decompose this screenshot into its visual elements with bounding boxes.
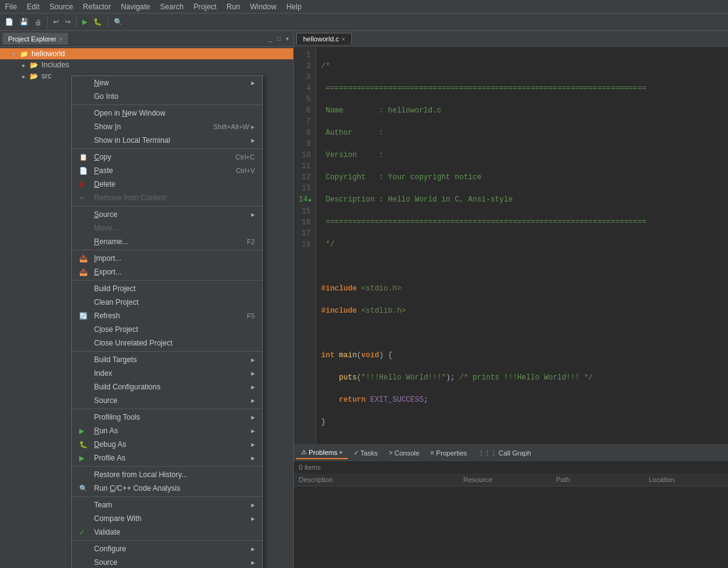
ctx-team-arrow: ▸ (251, 501, 255, 509)
tab-maximize[interactable]: □ (275, 35, 283, 43)
ln-18: 18 (299, 239, 310, 250)
ctx-import[interactable]: 📥 Import... (72, 252, 262, 265)
toolbar-search[interactable]: 🔍 (111, 17, 125, 27)
tab-minimize[interactable]: _ (267, 35, 274, 43)
ctx-show-in-shortcut: Shift+Alt+W ▸ (201, 123, 255, 131)
col-description: Description (299, 476, 463, 483)
ctx-compare-with[interactable]: Compare With ▸ (72, 512, 262, 525)
ctx-close-unrelated-label: Close Unrelated Project (94, 339, 173, 347)
ctx-go-into[interactable]: Go Into (72, 90, 262, 103)
ctx-source-arrow: ▸ (251, 210, 255, 219)
ctx-build-configurations[interactable]: Build Configurations ▸ (72, 380, 262, 394)
project-explorer-tab[interactable]: Project Explorer × (2, 33, 68, 45)
ctx-validate[interactable]: ✓ Validate (72, 525, 262, 539)
ctx-go-into-label: Go Into (94, 92, 118, 101)
ctx-profile-as[interactable]: ▶ Profile As ▸ (72, 451, 262, 465)
ctx-sep-3 (72, 206, 262, 206)
toolbar-undo[interactable]: ↩ (51, 17, 61, 27)
folder-icon: 📁 (20, 50, 30, 58)
menu-project[interactable]: Project (189, 1, 221, 12)
menu-run[interactable]: Run (221, 1, 245, 12)
ctx-restore-history[interactable]: Restore from Local History... (72, 468, 262, 481)
editor-tab-close[interactable]: × (341, 36, 345, 43)
ctx-index[interactable]: Index ▸ (72, 367, 262, 380)
ctx-source[interactable]: Source ▸ (72, 208, 262, 221)
ctx-export[interactable]: 📤 Export... (72, 265, 262, 279)
ctx-delete[interactable]: ✗ Delete (72, 177, 262, 191)
tasks-icon: ✓ (354, 449, 359, 456)
ctx-build-project[interactable]: Build Project (72, 282, 262, 295)
problems-close[interactable]: × (339, 449, 342, 456)
code-editor[interactable]: 1 2 3 4 5 6 7 8 9 10 11 12 13 14◀ 15 16 (294, 47, 728, 444)
ln-5: 5 (299, 94, 310, 105)
tree-includes-label: Includes (41, 61, 69, 69)
code-line-13 (321, 328, 723, 339)
ctx-build-conf-label: Build Configurations (94, 383, 160, 391)
project-explorer-tab-close[interactable]: × (59, 36, 62, 43)
ctx-copy-label: Copy (94, 153, 111, 161)
tasks-label: Tasks (361, 449, 378, 457)
menubar: File Edit Source Refactor Navigate Searc… (0, 0, 728, 14)
ctx-open-new-window[interactable]: Open in New Window (72, 106, 262, 120)
tree-src-label: src (41, 72, 51, 80)
menu-edit[interactable]: Edit (22, 1, 45, 12)
toolbar-debug[interactable]: 🐛 (91, 17, 105, 27)
ctx-profiling-tools[interactable]: Profiling Tools ▸ (72, 410, 262, 424)
tree-item-root[interactable]: ▾ 📁 helloworld (0, 48, 293, 59)
ctx-rename-shortcut: F2 (234, 238, 255, 245)
bottom-tab-problems[interactable]: ⚠ Problems × (296, 447, 348, 459)
ctx-paste-label: Paste (94, 166, 113, 175)
ctx-copy[interactable]: 📋 Copy Ctrl+C (72, 150, 262, 164)
ctx-profiling-label: Profiling Tools (94, 413, 140, 422)
menu-search[interactable]: Search (155, 1, 189, 12)
ctx-debug-as[interactable]: 🐛 Debug As ▸ (72, 438, 262, 451)
col-path: Path (556, 476, 649, 483)
ctx-delete-icon: ✗ (79, 180, 90, 189)
ctx-source3[interactable]: Source ▸ (72, 556, 262, 568)
ln-9: 9 (299, 138, 310, 150)
ctx-run-as[interactable]: ▶ Run As ▸ (72, 424, 262, 438)
ctx-new[interactable]: New ▸ (72, 76, 262, 90)
menu-refactor[interactable]: Refactor (78, 1, 116, 12)
toolbar-save[interactable]: 💾 (17, 17, 31, 27)
ctx-show-local-terminal[interactable]: Show in Local Terminal ▸ (72, 134, 262, 147)
editor-tab-helloworld[interactable]: helloworld.c × (296, 33, 352, 45)
ctx-rename[interactable]: Rename... F2 (72, 235, 262, 248)
tab-viewmenu[interactable]: ▾ (284, 35, 291, 43)
ctx-paste-shortcut: Ctrl+V (223, 167, 255, 174)
bottom-tab-console[interactable]: > Console (384, 447, 424, 459)
bottom-tab-properties[interactable]: ≡ Properties (426, 447, 472, 459)
code-content[interactable]: /* =====================================… (316, 47, 728, 444)
ctx-clean-project[interactable]: Clean Project (72, 295, 262, 309)
ctx-team[interactable]: Team ▸ (72, 498, 262, 512)
tree-item-includes[interactable]: ▸ 📂 Includes (0, 59, 293, 70)
ctx-close-project[interactable]: Close Project (72, 323, 262, 336)
toolbar-print[interactable]: 🖨 (32, 17, 44, 27)
ctx-team-label: Team (94, 501, 112, 509)
ln-3: 3 (299, 72, 310, 83)
menu-navigate[interactable]: Navigate (116, 1, 155, 12)
properties-label: Properties (436, 449, 467, 457)
ctx-analysis-label: Run C/C++ Code Analysis (94, 484, 180, 493)
ctx-source2[interactable]: Source ▸ (72, 394, 262, 407)
bottom-tab-call-graph[interactable]: ⋮⋮⋮ Call Graph (473, 447, 536, 459)
menu-help[interactable]: Help (281, 1, 307, 12)
toolbar-redo[interactable]: ↪ (62, 17, 73, 27)
bottom-tab-tasks[interactable]: ✓ Tasks (349, 447, 383, 459)
toolbar-new[interactable]: 📄 (2, 17, 16, 27)
bottom-tab-bar: ⚠ Problems × ✓ Tasks > Console ≡ Propert… (294, 445, 728, 461)
ctx-refresh[interactable]: 🔄 Refresh F5 (72, 309, 262, 323)
ctx-build-targets[interactable]: Build Targets ▸ (72, 353, 262, 367)
ctx-close-unrelated[interactable]: Close Unrelated Project (72, 336, 262, 350)
ctx-paste[interactable]: 📄 Paste Ctrl+V (72, 164, 262, 177)
toolbar-run[interactable]: ▶ (80, 17, 90, 27)
ctx-show-in[interactable]: Show In Shift+Alt+W ▸ (72, 120, 262, 134)
menu-source[interactable]: Source (45, 1, 78, 12)
menu-window[interactable]: Window (245, 1, 281, 12)
code-line-4: Author : (321, 127, 723, 138)
ln-2: 2 (299, 61, 310, 72)
menu-file[interactable]: File (0, 1, 22, 12)
ctx-configure[interactable]: Configure ▸ (72, 542, 262, 556)
ctx-move: Move... (72, 221, 262, 235)
ctx-run-analysis[interactable]: 🔍 Run C/C++ Code Analysis (72, 481, 262, 495)
